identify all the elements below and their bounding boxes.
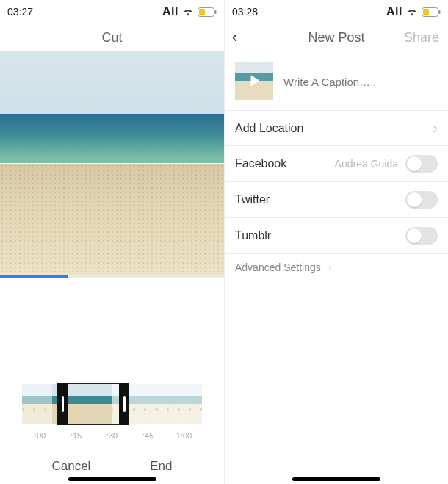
facebook-account: Andrea Guida (335, 158, 398, 170)
thumb (22, 384, 52, 424)
status-carrier: All (386, 5, 402, 18)
status-time: 03:27 (7, 6, 33, 18)
wifi-icon (183, 8, 193, 16)
add-location-row[interactable]: Add Location › (225, 111, 448, 146)
cut-screen: 03:27 All Cut (0, 0, 224, 484)
tick-label: :30 (94, 431, 130, 440)
back-button[interactable]: ‹ (232, 28, 237, 47)
status-time: 03:28 (232, 6, 258, 18)
row-label: Add Location (235, 122, 303, 135)
new-post-screen: 03:28 All ‹ New Post Share (224, 0, 448, 484)
caption-row (225, 51, 448, 111)
progress-bar[interactable] (0, 275, 224, 278)
thumb (82, 384, 112, 424)
thumb (142, 384, 172, 424)
facebook-toggle[interactable] (405, 155, 438, 173)
progress-fill (0, 275, 68, 278)
svg-rect-5 (423, 9, 429, 15)
svg-rect-4 (438, 10, 441, 14)
video-preview[interactable] (0, 51, 224, 275)
status-bar: 03:28 All (225, 0, 448, 24)
page-title: Cut (101, 30, 122, 46)
tick-label: :45 (130, 431, 166, 440)
tumblr-toggle[interactable] (405, 227, 438, 245)
bottom-actions: Cancel End (0, 459, 224, 474)
thumb (172, 384, 202, 424)
thumbnails-row[interactable] (22, 384, 202, 424)
status-bar: 03:27 All (0, 0, 224, 24)
caption-input[interactable] (283, 62, 438, 100)
twitter-row[interactable]: Twitter (225, 182, 448, 218)
facebook-row[interactable]: Facebook Andrea Guida (225, 146, 448, 182)
video-thumbnail[interactable] (235, 62, 273, 100)
home-indicator[interactable] (292, 477, 380, 481)
end-button[interactable]: End (150, 459, 172, 474)
chevron-right-icon: › (328, 261, 332, 273)
tick-label: 1:00 (166, 431, 202, 440)
advanced-settings-row[interactable]: Advanced Settings › (225, 254, 448, 282)
time-ticks: :00 :15 :30 :45 1:00 (22, 424, 202, 440)
chevron-left-icon: ‹ (232, 28, 237, 46)
battery-icon (422, 7, 441, 17)
chevron-right-icon: › (433, 120, 438, 137)
cancel-button[interactable]: Cancel (51, 459, 90, 474)
timeline[interactable]: :00 :15 :30 :45 1:00 (0, 384, 224, 440)
tumblr-row[interactable]: Tumblr (225, 218, 448, 254)
row-label: Advanced Settings (235, 261, 321, 273)
twitter-toggle[interactable] (405, 191, 438, 209)
page-title: New Post (308, 30, 364, 46)
nav-header: ‹ New Post Share (225, 24, 448, 51)
tick-label: :15 (58, 431, 94, 440)
trim-handle-left[interactable] (57, 383, 68, 425)
home-indicator[interactable] (68, 477, 156, 481)
row-label: Facebook (235, 157, 286, 170)
wifi-icon (407, 8, 417, 16)
trim-handle-right[interactable] (119, 383, 129, 425)
status-carrier: All (162, 5, 178, 18)
battery-icon (198, 7, 217, 17)
row-label: Twitter (235, 193, 270, 206)
row-label: Tumblr (235, 229, 271, 242)
nav-header: Cut (0, 24, 224, 51)
svg-rect-1 (214, 10, 217, 14)
share-button[interactable]: Share (404, 30, 439, 46)
svg-rect-2 (199, 9, 205, 15)
tick-label: :00 (22, 431, 58, 440)
play-icon (235, 62, 273, 100)
